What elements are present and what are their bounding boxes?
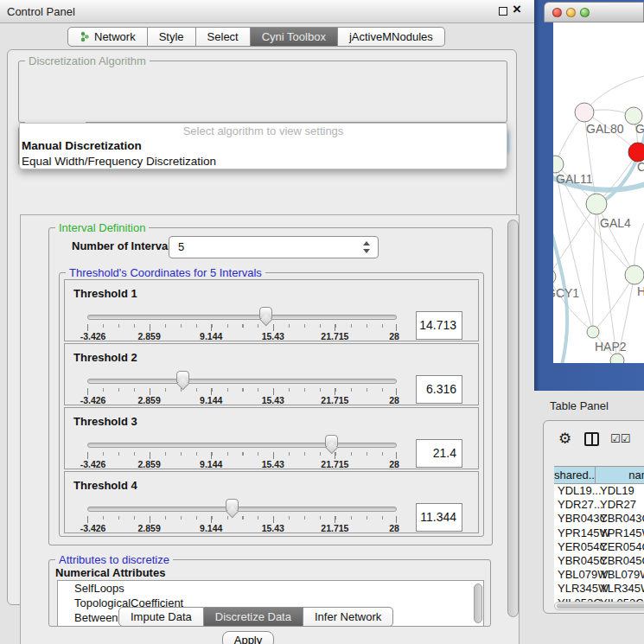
threshold-4-slider-thumb[interactable] <box>226 499 239 511</box>
tab-cyni-toolbox[interactable]: Cyni Toolbox <box>251 27 338 47</box>
bottom-tab-bar: Impute Data Discretize Data Infer Networ… <box>118 607 393 627</box>
num-intervals-label: Number of Intervals <box>72 239 177 252</box>
num-intervals-value: 5 <box>178 240 184 253</box>
scrollbar-thumb[interactable] <box>557 603 644 609</box>
network-icon <box>80 29 90 48</box>
node-label-partial-c: C <box>637 160 644 174</box>
horizontal-scrollbar[interactable] <box>554 602 644 610</box>
window-minimize-icon[interactable] <box>566 8 576 17</box>
threshold-1-slider-thumb[interactable] <box>259 307 272 319</box>
table-row[interactable]: YDL19...YDL19 <box>554 484 644 498</box>
node-gal4[interactable] <box>586 194 607 214</box>
tab-discretize-data[interactable]: Discretize Data <box>204 607 303 627</box>
tab-style[interactable]: Style <box>148 27 196 47</box>
threshold-4-value-field[interactable]: 11.344 <box>416 503 462 532</box>
threshold-1-value-field[interactable]: 14.713 <box>416 311 462 340</box>
threshold-4-box: Threshold 4 -3.4262.8599.14415.4321.7152… <box>64 471 479 533</box>
threshold-1-slider-track[interactable] <box>87 315 397 320</box>
table-row[interactable]: YDR27...YDR27 <box>554 498 644 512</box>
node-label-gcy1: GCY1 <box>553 286 579 300</box>
node-label-gal11: GAL11 <box>556 172 593 186</box>
popup-item-manual-discretization[interactable]: Manual Discretization <box>20 138 507 154</box>
slider-tick-labels: -3.4262.8599.14415.4321.71528 <box>87 459 397 469</box>
algorithm-group-title: Discretization Algorithm <box>25 54 150 67</box>
threshold-4-slider-track[interactable] <box>87 507 397 512</box>
node-label-partial-ga: GA <box>635 122 644 136</box>
gear-icon[interactable]: ⚙ <box>558 431 571 447</box>
control-panel-titlebar: Control Panel × <box>0 0 536 23</box>
node-gcy1[interactable] <box>553 269 556 284</box>
column-header-shared-name[interactable]: shared... <box>554 467 596 483</box>
table-panel-box: ⚙ ☑☑ shared... name YDL19...YDL19 YDR27.… <box>543 420 644 614</box>
node-label-partial-h: H <box>637 284 644 298</box>
slider-ticks <box>87 388 397 395</box>
tab-select[interactable]: Select <box>196 27 251 47</box>
vertical-scrollbar[interactable] <box>507 220 519 617</box>
combo-arrows-icon <box>362 241 370 253</box>
node-gal80[interactable] <box>575 103 594 122</box>
node-red-selected[interactable] <box>628 143 644 162</box>
list-item[interactable]: SelfLoops <box>58 581 483 596</box>
control-panel: Control Panel × Network Style Select Cyn… <box>0 0 536 644</box>
node-hap2[interactable] <box>587 326 599 338</box>
table-row[interactable]: YBR043CYBR043C <box>554 512 644 526</box>
slider-tick-labels: -3.4262.8599.14415.4321.71528 <box>87 395 397 405</box>
table-toolbar: ⚙ ☑☑ <box>544 421 644 459</box>
threshold-3-value-field[interactable]: 21.4 <box>416 439 462 468</box>
threshold-2-box: Threshold 2 -3.4262.8599.14415.4321.7152… <box>64 343 479 405</box>
table-panel: Table Panel ⚙ ☑☑ shared... name YDL19...… <box>534 391 644 644</box>
window-zoom-icon[interactable] <box>580 8 590 17</box>
algorithm-popup: Select algorithm to view settings Manual… <box>19 123 507 169</box>
apply-button[interactable]: Apply <box>222 631 274 644</box>
table-header-row: shared... name <box>554 466 644 484</box>
table-row[interactable]: YBL079WYBL079W <box>554 568 644 582</box>
panel-title: Control Panel <box>7 5 75 18</box>
tab-network[interactable]: Network <box>67 27 148 47</box>
settings-scroll-panel: Interval Definition Number of Intervals … <box>20 214 520 644</box>
popup-item-equal-width-frequency[interactable]: Equal Width/Frequency Discretization <box>20 154 507 169</box>
select-columns-icon[interactable]: ☑☑ <box>610 431 630 447</box>
table-row[interactable]: YLR345WYLR345W <box>554 582 644 596</box>
slider-ticks <box>87 324 397 331</box>
attribute-table[interactable]: shared... name YDL19...YDL19 YDR27...YDR… <box>554 466 644 604</box>
network-canvas[interactable]: GAL80 GAL11 GAL4 GCY1 HAP2 GA C H <box>553 22 644 363</box>
network-view-window: GAL80 GAL11 GAL4 GCY1 HAP2 GA C H <box>534 0 644 391</box>
slider-tick-labels: -3.4262.8599.14415.4321.71528 <box>87 523 397 533</box>
table-row[interactable]: YER054CYER054C <box>554 540 644 554</box>
slider-tick-labels: -3.4262.8599.14415.4321.71528 <box>87 331 397 341</box>
numerical-attributes-label: Numerical Attributes <box>55 566 165 579</box>
thresholds-group-title: Threshold's Coordinates for 5 Intervals <box>66 266 265 279</box>
threshold-2-slider-track[interactable] <box>87 379 397 384</box>
tab-infer-network[interactable]: Infer Network <box>303 607 393 627</box>
threshold-2-value-field[interactable]: 6.316 <box>416 375 462 404</box>
threshold-1-box: Threshold 1 -3.4262.8599.14415.4321.7152… <box>64 279 479 341</box>
interval-group-title: Interval Definition <box>55 221 149 234</box>
table-panel-title: Table Panel <box>550 399 609 412</box>
node-partial-right[interactable] <box>625 265 644 284</box>
popup-placeholder-item: Select algorithm to view settings <box>20 124 507 138</box>
list-vertical-scrollbar[interactable] <box>474 583 482 623</box>
tab-impute-data[interactable]: Impute Data <box>118 607 204 627</box>
tab-jactivemnodules[interactable]: jActiveMNodules <box>338 27 445 47</box>
tab-network-label: Network <box>94 30 136 43</box>
split-columns-icon[interactable] <box>584 432 599 446</box>
threshold-3-slider-track[interactable] <box>87 443 397 448</box>
node-label-gal4: GAL4 <box>600 216 631 230</box>
threshold-3-slider-thumb[interactable] <box>325 435 338 447</box>
threshold-2-slider-thumb[interactable] <box>176 371 189 383</box>
cyni-main-panel: Discretization Algorithm Table Data galF… <box>7 49 517 605</box>
algorithm-groupbox <box>18 61 507 123</box>
table-row[interactable]: YBR045CYBR045C <box>554 554 644 568</box>
num-intervals-combobox[interactable]: 5 <box>169 236 379 258</box>
node-partial-bottom[interactable] <box>610 354 624 363</box>
slider-ticks <box>87 452 397 459</box>
network-window-titlebar[interactable] <box>544 2 644 22</box>
table-row[interactable]: YPR145WYPR145W <box>554 526 644 540</box>
close-icon[interactable]: × <box>513 1 521 18</box>
float-icon[interactable] <box>499 7 507 16</box>
slider-ticks <box>87 516 397 523</box>
threshold-3-box: Threshold 3 -3.4262.8599.14415.4321.7152… <box>64 407 479 469</box>
column-header-name[interactable]: name <box>596 467 644 483</box>
top-tab-bar: Network Style Select Cyni Toolbox jActiv… <box>67 27 445 47</box>
window-close-icon[interactable] <box>552 8 562 17</box>
